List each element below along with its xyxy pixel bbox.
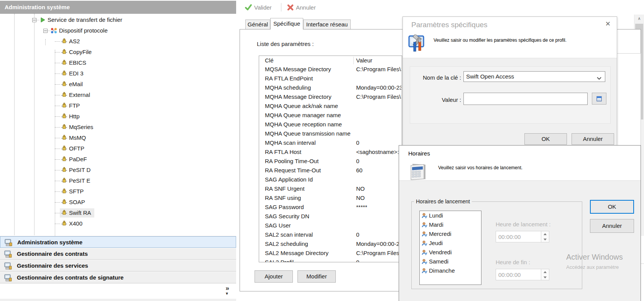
table-row[interactable]: MQHA scan interval 0 [259,139,402,148]
dialog1-cancel-button[interactable]: Annuler [572,133,614,145]
protocol-plug-icon [61,135,67,141]
bottom-strip [0,299,236,301]
table-row[interactable]: MQHA Message Directory C:\Program Files\… [259,93,402,102]
table-row[interactable]: RA SNF using NO [259,194,402,203]
value-helper-button[interactable] [592,93,606,105]
tree-item[interactable]: eMail [0,79,226,90]
tree-expander-icon[interactable] [43,29,48,33]
table-row[interactable]: SAG User [259,221,402,231]
tree-item-label: OFTP [67,143,86,154]
end-time-spinner[interactable]: 00:00:00 [496,269,549,280]
tree-item[interactable]: AS2 [0,36,226,47]
panel-line [617,53,641,54]
close-icon[interactable]: ✕ [605,20,611,28]
tree-item-label: Swift RA [67,208,93,218]
table-row[interactable]: MQHA scheduling Monday=00:00-23 [259,83,402,93]
tree-item[interactable]: MqSeries [0,122,226,133]
param-key: MQHA Queue transmission name [265,130,353,137]
toolbar-separator [281,3,281,11]
cancel-button[interactable]: Annuler [287,2,316,13]
nav-collapse-bar[interactable]: » ▼ [0,284,236,299]
tree-item[interactable]: MsMQ [0,133,226,143]
table-row[interactable]: MQSA Message Directory C:\Program Files\… [259,65,402,74]
day-item[interactable]: Dimanche [420,266,481,275]
add-button[interactable]: Ajouter [255,270,293,283]
day-item[interactable]: Lundi [420,211,481,220]
days-listbox[interactable]: Lundi Mardi [419,211,481,285]
table-row[interactable]: RA FTLA Host <saghostname>:4 [259,148,402,157]
table-row[interactable]: SAL2 Message Directory C:\Program Files\… [259,249,402,258]
column-separator[interactable] [353,57,354,64]
table-row[interactable]: RA Pooling Time-Out 0 [259,157,402,166]
table-row[interactable]: SAG Security DN [259,212,402,221]
tree-item[interactable]: X400 [0,218,226,229]
tree-item[interactable]: SOAP [0,197,226,208]
day-item[interactable]: Jeudi [420,239,481,248]
nav-item[interactable]: Gestionnaire des contrats [0,248,236,260]
tab-specifique[interactable]: Spécifique [270,18,303,29]
spin-up-icon[interactable] [541,269,549,275]
tree-item[interactable]: PaDeF [0,154,226,165]
table-row[interactable]: RA SNF Urgent NO [259,185,402,194]
tree-expander-icon[interactable] [32,18,36,22]
column-header-value[interactable]: Valeur [356,57,372,64]
value-input[interactable] [463,93,588,105]
start-time-spinner[interactable]: 00:00:00 [496,231,549,242]
tree-item[interactable]: OFTP [0,143,226,154]
day-item[interactable]: Mardi [420,220,481,229]
table-row[interactable]: SAL2 Profil 0 [259,258,402,262]
tree-item[interactable]: PeSIT E [0,175,226,186]
dialog2-cancel-button[interactable]: Annuler [590,219,634,233]
tree-item[interactable]: Service de transfert de fichier [0,15,226,25]
table-row[interactable]: RA Request Time-Out 60 [259,166,402,175]
scroll-up-icon[interactable]: ∧ [634,15,644,23]
tree-item[interactable]: PeSIT D [0,165,226,175]
tree-item[interactable]: External [0,90,226,100]
table-row[interactable]: SAL2 scheduling Monday=00:00-23 [259,240,402,249]
tree-item[interactable]: EDI 3 [0,68,226,79]
spin-down-icon[interactable] [541,275,549,280]
day-item[interactable]: Samedi [420,257,481,266]
table-row[interactable]: MQHA Queue ack/nak name [259,102,402,111]
day-item[interactable]: Mercredi [420,229,481,239]
table-row[interactable]: SAL2 scan interval 0 [259,231,402,240]
protocol-plug-icon [61,156,67,162]
nav-item[interactable]: Administration système [0,236,236,248]
dialog1-ok-button[interactable]: OK [524,133,567,145]
tree-item[interactable]: SFTP [0,186,226,197]
tab-interface-reseau[interactable]: Interface réseau [303,20,351,29]
dialog2-ok-button[interactable]: OK [590,200,634,214]
dialog-message: Veuillez saisir ou modifier les paramètr… [434,38,567,43]
tab-general[interactable]: Général [245,20,270,29]
tree-item[interactable]: Http [0,111,226,122]
day-item[interactable]: Vendredi [420,248,481,257]
spin-down-icon[interactable] [541,237,549,242]
collapse-chevron-icon[interactable]: » [226,285,229,292]
table-row[interactable]: MQHA Queue manager name [259,111,402,120]
table-row[interactable]: MQHA Queue reception name [259,120,402,129]
chevron-down-icon[interactable] [597,75,601,82]
nav-item-label: Gestionnaire des contrats de signature [17,272,123,283]
tree-item[interactable]: EBICS [0,57,226,68]
tree-item[interactable]: CopyFile [0,47,226,57]
modify-button[interactable]: Modifier [297,270,336,283]
person-clock-icon [422,268,428,275]
param-value: Monday=00:00-23 [356,240,401,247]
key-name-select[interactable]: Swift Open Access [463,71,605,82]
table-row[interactable]: MQHA Queue transmission name [259,129,402,139]
tree-item[interactable]: Dispositif protocole [0,25,226,36]
spin-up-icon[interactable] [541,231,549,237]
nav-item[interactable]: Gestionnaire des contrats de signature [0,272,236,283]
validate-button[interactable]: Valider [245,2,272,13]
table-row[interactable]: SAG Password ***** [259,203,402,212]
tree-item[interactable]: Swift RA [0,208,226,218]
table-row[interactable]: RA FTLA EndPoint [259,74,402,83]
table-row[interactable]: SAG Application Id [259,175,402,185]
nav-item[interactable]: Gestionnaire des services [0,260,236,272]
collapse-caret-icon[interactable]: ▼ [225,291,229,296]
tree-item[interactable]: FTP [0,100,226,111]
param-key: SAG Application Id [265,176,353,183]
column-header-key[interactable]: Clé [265,57,274,64]
param-key: SAL2 Profil [265,259,353,262]
parameters-table[interactable]: Clé Valeur MQSA Message Directory C:\Pro… [259,56,402,262]
